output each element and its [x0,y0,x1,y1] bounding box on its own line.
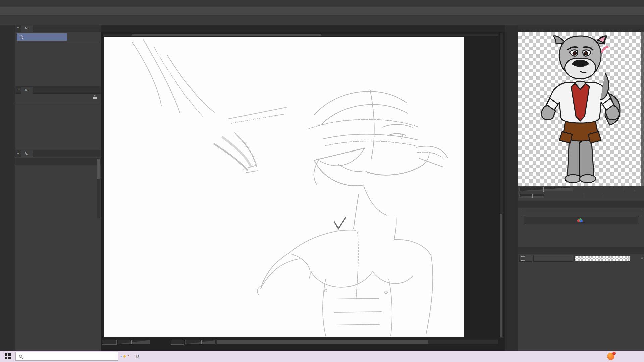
view-tab-bar [518,25,644,32]
toolprop-panel-tab[interactable]: ✎ [21,87,33,94]
magnifier-icon [19,35,24,39]
taskbar-search[interactable] [15,352,118,361]
subview-scrollbar[interactable] [641,32,644,186]
palette-color-dropdown[interactable] [519,255,532,262]
subtool-menu-icon[interactable]: ≡ [17,26,19,30]
left-panel: ≡ ✎ ≡ ✎ [15,25,101,351]
search-icon [19,354,23,359]
minimize-button[interactable] [614,0,624,7]
copilot-sparkle-icon[interactable]: ✦✦• [118,353,131,360]
canvas-zoom-value[interactable] [102,340,117,345]
toolprop-footer [15,147,101,150]
document-tab-bar [101,25,506,32]
canvas-rotation-value[interactable] [171,340,184,345]
pen-icon: ✎ [24,26,28,31]
effect-buttons [521,209,642,212]
brush-scrollbar[interactable] [97,158,100,218]
right-panel: ▲▼ [518,25,644,351]
canvas-hscrollbar-top[interactable] [103,34,498,36]
layer-property-section [518,201,644,225]
canvas-hscrollbar-bottom[interactable] [216,340,498,344]
canvas-rotation-slider[interactable] [185,340,215,344]
subview-controls [518,186,644,199]
title-bar[interactable] [0,0,644,7]
task-view-icon[interactable]: ⧉ [131,354,144,359]
opacity-slider[interactable] [574,256,630,261]
windows-logo-icon [5,353,11,359]
system-tray [607,353,644,360]
close-button[interactable] [634,0,644,7]
canvas-zoom-slider[interactable] [118,340,150,344]
brush-icon: ✎ [24,152,28,156]
pen-gear-icon: ✎ [24,88,28,93]
subtool-list [16,42,100,42]
subview-artwork [530,33,631,185]
color-set-palette [15,165,101,166]
layer-panel: ▲▼ [518,247,644,266]
brushsize-panel-tab[interactable]: ✎ [21,150,33,157]
collapsed-palette-strip [505,25,518,351]
right-panel-collapse [635,15,642,25]
weather-widget[interactable] [607,353,619,360]
tool-strip [0,25,15,351]
add-subtool-button[interactable] [15,45,101,53]
drawing-canvas[interactable] [104,37,464,337]
command-bar [0,15,644,25]
subview-zoom-slider[interactable] [519,187,573,191]
rgb-dots-icon [577,218,583,222]
subtool-panel-tab[interactable]: ✎ [21,25,33,32]
tool-property-panel: ≡ ✎ [15,86,101,150]
brush-size-panel: ≡ ✎ [15,150,101,165]
brushsize-menu-icon[interactable]: ≡ [17,151,19,155]
clip-studio-paint-window: ≡ ✎ ≡ ✎ [0,0,644,362]
canvas-region [101,32,505,351]
maximize-button[interactable] [624,0,634,7]
sun-icon [607,353,614,360]
subtool-group-zoom[interactable] [17,33,67,41]
palette-tab-strip [15,158,101,165]
sub-view-canvas[interactable] [518,32,644,186]
unlock-icon[interactable] [93,96,97,100]
menu-bar [0,7,644,15]
start-button[interactable] [0,351,15,362]
subtool-footer [15,84,101,86]
opacity-spinner[interactable]: ▲▼ [641,257,643,260]
subview-rotation-slider[interactable] [519,194,544,198]
expression-color-dropdown[interactable] [524,217,638,224]
windows-taskbar: ✦✦• ⧉ [0,351,644,362]
sub-tool-panel: ≡ ✎ [15,25,101,86]
canvas-vscrollbar[interactable] [500,33,503,338]
toolprop-menu-icon[interactable]: ≡ [17,88,19,92]
canvas-sketch [104,37,464,337]
blend-mode-dropdown[interactable] [533,255,573,262]
